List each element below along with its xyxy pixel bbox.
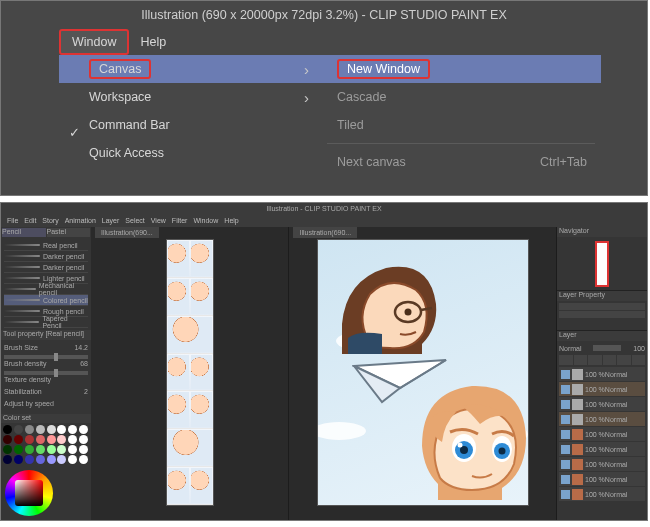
visibility-icon[interactable] (561, 400, 570, 409)
visibility-icon[interactable] (561, 415, 570, 424)
visibility-icon[interactable] (561, 475, 570, 484)
tool-property-title: Tool property [Real pencil] (1, 330, 91, 339)
visibility-icon[interactable] (561, 430, 570, 439)
swatch[interactable] (79, 445, 88, 454)
swatch[interactable] (47, 455, 56, 464)
brush-item[interactable]: Darker pencil (4, 251, 88, 262)
color-wheel[interactable] (5, 470, 53, 516)
menuitem-cascade[interactable]: Cascade (321, 83, 601, 111)
canvas-area: Illustration(690... Illustration(690... (91, 227, 557, 520)
swatch[interactable] (57, 435, 66, 444)
app-menu-layer[interactable]: Layer (102, 215, 120, 227)
swatch[interactable] (68, 425, 77, 434)
blend-mode[interactable]: Normal (559, 345, 582, 352)
visibility-icon[interactable] (561, 385, 570, 394)
swatch[interactable] (36, 435, 45, 444)
svg-point-12 (498, 448, 505, 455)
swatch[interactable] (36, 445, 45, 454)
brush-density-slider[interactable] (4, 371, 88, 375)
layer-row[interactable]: 100 %Normal (559, 457, 645, 471)
canvas-2-tab[interactable]: Illustration(690... (293, 227, 357, 238)
brush-item[interactable]: Darker pencil (4, 262, 88, 273)
menuitem-canvas[interactable]: Canvas (59, 55, 321, 83)
swatch[interactable] (57, 425, 66, 434)
app-menubar: FileEditStoryAnimationLayerSelectViewFil… (1, 215, 647, 227)
app-menu-filter[interactable]: Filter (172, 215, 188, 227)
swatch[interactable] (25, 425, 34, 434)
swatch[interactable] (47, 445, 56, 454)
color-swatches[interactable] (1, 423, 91, 466)
swatch[interactable] (36, 425, 45, 434)
brush-item[interactable]: Colored pencil (4, 295, 88, 306)
swatch[interactable] (79, 455, 88, 464)
swatch[interactable] (47, 425, 56, 434)
menuitem-workspace[interactable]: Workspace (59, 83, 321, 111)
menuitem-next-canvas[interactable]: Next canvas Ctrl+Tab (321, 148, 601, 176)
app-menu-file[interactable]: File (7, 215, 18, 227)
menuitem-quick-access[interactable]: Quick Access (59, 139, 321, 167)
menu-help[interactable]: Help (129, 31, 177, 53)
layer-row[interactable]: 100 %Normal (559, 442, 645, 456)
navigator[interactable] (557, 237, 647, 291)
menu-window[interactable]: Window (59, 29, 129, 55)
layer-row[interactable]: 100 %Normal (559, 487, 645, 501)
canvas-1-tab[interactable]: Illustration(690... (95, 227, 159, 238)
swatch[interactable] (68, 455, 77, 464)
opacity-slider[interactable] (593, 345, 621, 351)
swatch[interactable] (14, 455, 23, 464)
brush-item[interactable]: Mechanical pencil (4, 284, 88, 295)
swatch[interactable] (25, 445, 34, 454)
layer-row[interactable]: 100 %Normal (559, 367, 645, 381)
app-menu-animation[interactable]: Animation (65, 215, 96, 227)
swatch[interactable] (79, 435, 88, 444)
layer-row[interactable]: 100 %Normal (559, 472, 645, 486)
brush-item[interactable]: Real pencil (4, 240, 88, 251)
subtool-tab-pastel[interactable]: Pastel (47, 228, 91, 237)
swatch[interactable] (14, 425, 23, 434)
visibility-icon[interactable] (561, 490, 570, 499)
canvas-2[interactable]: Illustration(690... (289, 227, 557, 520)
menuitem-command-bar[interactable]: Command Bar (59, 111, 321, 139)
canvas-1[interactable]: Illustration(690... (91, 227, 289, 520)
layer-thumb (572, 459, 583, 470)
swatch[interactable] (14, 435, 23, 444)
swatch[interactable] (25, 435, 34, 444)
layer-row[interactable]: 100 %Normal (559, 397, 645, 411)
swatch[interactable] (47, 435, 56, 444)
brush-item[interactable]: Tapered Pencil (4, 317, 88, 328)
menuitem-new-window[interactable]: New Window (321, 55, 601, 83)
swatch[interactable] (3, 425, 12, 434)
visibility-icon[interactable] (561, 370, 570, 379)
visibility-icon[interactable] (561, 445, 570, 454)
app-menu-edit[interactable]: Edit (24, 215, 36, 227)
swatch[interactable] (57, 445, 66, 454)
swatch[interactable] (14, 445, 23, 454)
layer-thumb (572, 399, 583, 410)
layer-row[interactable]: 100 %Normal (559, 427, 645, 441)
swatch[interactable] (3, 435, 12, 444)
layer-row[interactable]: 100 %Normal (559, 382, 645, 396)
subtool-tab-pencil[interactable]: Pencil (2, 228, 46, 237)
swatch[interactable] (3, 455, 12, 464)
visibility-icon[interactable] (561, 460, 570, 469)
navigator-thumb (595, 241, 609, 287)
layer-property-title: Layer Property (557, 291, 647, 301)
swatch[interactable] (57, 455, 66, 464)
swatch[interactable] (68, 445, 77, 454)
swatch[interactable] (68, 435, 77, 444)
brush-size-slider[interactable] (4, 355, 88, 359)
app-menu-select[interactable]: Select (125, 215, 144, 227)
layer-row[interactable]: 100 %Normal (559, 412, 645, 426)
app-menu-view[interactable]: View (151, 215, 166, 227)
app-menu-help[interactable]: Help (224, 215, 238, 227)
webtoon-zoom (317, 239, 529, 506)
app-menu-story[interactable]: Story (42, 215, 58, 227)
swatch[interactable] (79, 425, 88, 434)
app-menu-window[interactable]: Window (193, 215, 218, 227)
layer-buttons[interactable] (559, 355, 645, 365)
swatch[interactable] (3, 445, 12, 454)
swatch[interactable] (25, 455, 34, 464)
swatch[interactable] (36, 455, 45, 464)
menuitem-tiled[interactable]: Tiled (321, 111, 601, 139)
brush-list: Real pencilDarker pencilDarker pencilLig… (1, 238, 91, 330)
